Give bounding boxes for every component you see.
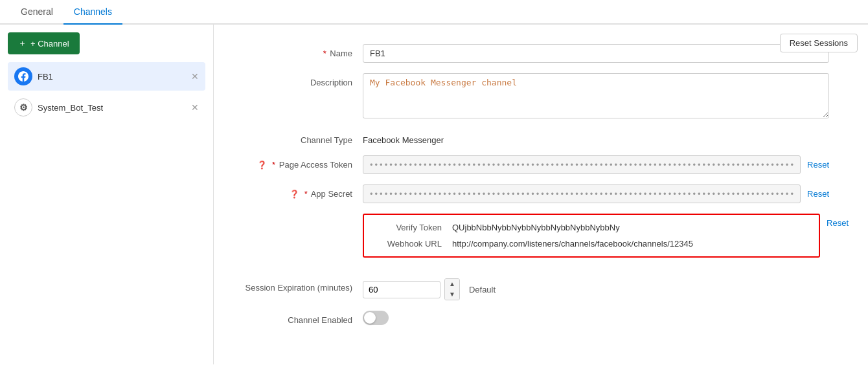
channel-item-left-system-bot: ⚙ System_Bot_Test xyxy=(14,98,103,117)
add-channel-label: + Channel xyxy=(30,39,69,49)
app-secret-label: ❓ * App Secret xyxy=(233,184,363,199)
channel-name-fb1: FB1 xyxy=(38,72,53,82)
channel-enabled-label: Channel Enabled xyxy=(233,311,363,325)
form-section: * Name Description My Facebook Messenger… xyxy=(233,44,849,325)
description-textarea[interactable]: My Facebook Messenger channel xyxy=(363,73,829,118)
form-row-verify-block: Verify Token QUjbbNbbNybbNybbNybbNybbNyb… xyxy=(233,214,849,268)
facebook-icon-fb1 xyxy=(14,67,32,85)
verify-box: Verify Token QUjbbNbbNybbNybbNybbNybbNyb… xyxy=(363,214,820,258)
name-input[interactable] xyxy=(363,44,829,63)
plus-icon: ＋ xyxy=(18,38,27,49)
page-access-token-control: Reset xyxy=(363,155,829,174)
tab-channels[interactable]: Channels xyxy=(63,0,122,25)
verify-token-value: QUjbbNbbNybbNybbNybbNybbNybbNybbNy xyxy=(452,223,620,232)
question-icon-pat: ❓ xyxy=(257,161,267,170)
content-area: Reset Sessions * Name Description My Fac… xyxy=(214,25,868,364)
session-default-label: Default xyxy=(469,285,496,295)
form-row-app-secret: ❓ * App Secret Reset xyxy=(233,184,849,203)
webhook-url-label: Webhook URL xyxy=(374,239,452,249)
form-row-channel-type: Channel Type Facebook Messenger xyxy=(233,131,849,145)
reset-sessions-button[interactable]: Reset Sessions xyxy=(780,34,858,52)
verify-token-label: Verify Token xyxy=(374,223,452,232)
session-spinner-down[interactable]: ▼ xyxy=(445,289,459,300)
name-control xyxy=(363,44,829,63)
verify-token-reset-link[interactable]: Reset xyxy=(827,214,849,228)
channel-type-value: Facebook Messenger xyxy=(363,131,829,145)
sidebar-item-fb1[interactable]: FB1 ✕ xyxy=(8,62,205,91)
channel-enabled-control xyxy=(363,311,829,325)
page-access-token-label: ❓ * Page Access Token xyxy=(233,155,363,170)
page-access-token-input[interactable] xyxy=(363,155,801,174)
name-label: * Name xyxy=(233,44,363,58)
main-layout: ＋ + Channel FB1 ✕ ⚙ System_Bot_Test ✕ xyxy=(0,25,868,364)
name-required-star: * xyxy=(323,49,326,58)
channel-type-label: Channel Type xyxy=(233,131,363,145)
channel-enabled-toggle[interactable] xyxy=(363,311,389,325)
session-expiration-input[interactable] xyxy=(363,281,440,298)
pat-required-star: * xyxy=(272,160,275,170)
form-row-page-access-token: ❓ * Page Access Token Reset xyxy=(233,155,849,174)
session-spinner: ▲ ▼ xyxy=(444,278,460,300)
session-expiration-control: ▲ ▼ Default xyxy=(363,278,829,300)
description-control: My Facebook Messenger channel xyxy=(363,73,829,120)
session-spinner-up[interactable]: ▲ xyxy=(445,279,459,289)
add-channel-button[interactable]: ＋ + Channel xyxy=(8,32,80,54)
webhook-url-value: http://company.com/listeners/channels/fa… xyxy=(452,239,693,249)
form-row-channel-enabled: Channel Enabled xyxy=(233,311,849,325)
verify-block-spacer xyxy=(233,214,363,218)
close-icon-fb1[interactable]: ✕ xyxy=(191,71,199,82)
session-expiration-row: ▲ ▼ Default xyxy=(363,278,829,300)
top-tabs: General Channels xyxy=(0,0,868,25)
form-row-session-expiration: Session Expiration (minutes) ▲ ▼ Default xyxy=(233,278,849,300)
page-access-token-reset-link[interactable]: Reset xyxy=(807,160,829,170)
app-secret-reset-link[interactable]: Reset xyxy=(807,189,829,199)
app-secret-control: Reset xyxy=(363,184,829,203)
toggle-knob xyxy=(364,312,376,324)
tab-general[interactable]: General xyxy=(10,0,63,25)
channel-type-static: Facebook Messenger xyxy=(363,131,829,145)
verify-token-row: Verify Token QUjbbNbbNybbNybbNybbNybbNyb… xyxy=(374,223,808,232)
close-icon-system-bot[interactable]: ✕ xyxy=(191,102,199,113)
app-secret-wrap: Reset xyxy=(363,184,829,203)
gear-icon-system-bot: ⚙ xyxy=(14,98,32,117)
description-label: Description xyxy=(233,73,363,87)
app-secret-input[interactable] xyxy=(363,184,801,203)
page-access-token-wrap: Reset xyxy=(363,155,829,174)
sidebar: ＋ + Channel FB1 ✕ ⚙ System_Bot_Test ✕ xyxy=(0,25,214,364)
as-required-star: * xyxy=(304,189,308,199)
channel-item-left-fb1: FB1 xyxy=(14,67,53,85)
verify-block-outer: Verify Token QUjbbNbbNybbNybbNybbNybbNyb… xyxy=(363,214,849,268)
webhook-url-row: Webhook URL http://company.com/listeners… xyxy=(374,239,808,249)
form-row-name: * Name xyxy=(233,44,849,63)
channel-name-system-bot: System_Bot_Test xyxy=(38,103,103,113)
session-expiration-label: Session Expiration (minutes) xyxy=(233,278,363,293)
form-row-description: Description My Facebook Messenger channe… xyxy=(233,73,849,120)
question-icon-as: ❓ xyxy=(290,190,299,199)
sidebar-item-system-bot[interactable]: ⚙ System_Bot_Test ✕ xyxy=(8,93,205,122)
